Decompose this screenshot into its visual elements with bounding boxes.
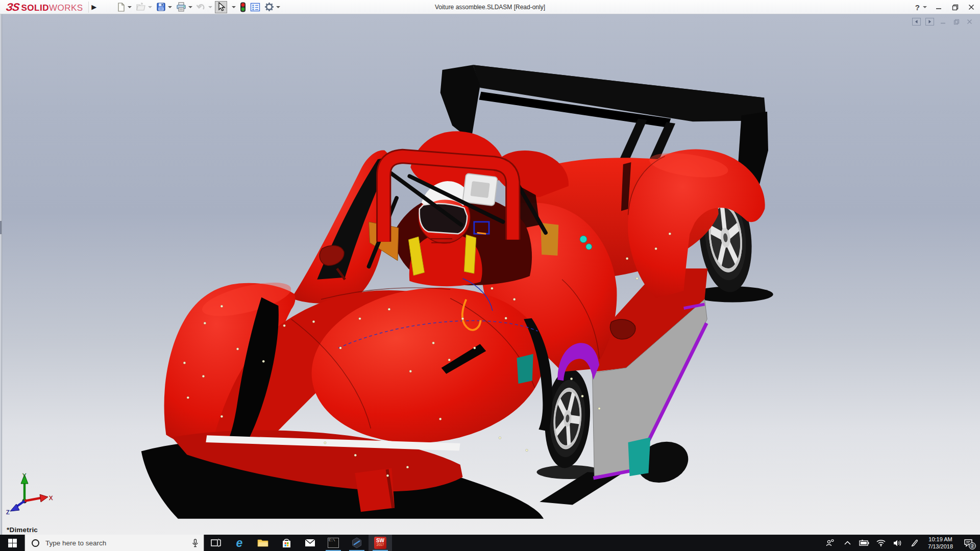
mail-icon xyxy=(305,539,315,547)
restore-icon xyxy=(952,4,959,11)
options-button[interactable] xyxy=(263,1,282,13)
view-orientation-label: *Dimetric xyxy=(7,526,38,534)
dropdown-arrow-icon[interactable] xyxy=(232,6,236,8)
display-pane-button[interactable] xyxy=(249,1,262,13)
open-icon xyxy=(136,3,146,12)
solidworks-2017-icon: SW2017 xyxy=(374,537,386,549)
cortana-icon xyxy=(32,539,39,547)
solidworks-taskbar-button[interactable]: SW2017 xyxy=(369,535,392,551)
windows-taskbar: Type here to search e xyxy=(0,535,980,551)
file-explorer-icon xyxy=(257,538,268,547)
triad-y-label: Y xyxy=(22,472,27,479)
standard-toolbar xyxy=(115,0,282,14)
wifi-button[interactable] xyxy=(874,535,888,551)
store-icon xyxy=(282,538,291,548)
select-cursor-icon xyxy=(216,2,226,12)
clock-time: 10:19 AM xyxy=(928,536,953,543)
undo-button[interactable] xyxy=(195,1,214,13)
select-dropdown[interactable] xyxy=(228,1,237,13)
taskbar-app-icons: e C:\ xyxy=(204,535,392,551)
arrow-left-icon xyxy=(914,19,919,24)
print-button[interactable] xyxy=(175,1,194,13)
clock[interactable]: 10:19 AM 7/13/2018 xyxy=(925,536,956,550)
show-hidden-icons-button[interactable] xyxy=(841,535,854,551)
interference-check-button[interactable] xyxy=(238,1,248,13)
menu-flyout-button[interactable]: ▶ xyxy=(88,2,100,13)
panel-collapse-handle[interactable] xyxy=(0,221,2,234)
mail-button[interactable] xyxy=(298,535,322,551)
dropdown-arrow-icon[interactable] xyxy=(208,6,212,8)
document-window-controls xyxy=(912,18,974,26)
microphone-icon[interactable] xyxy=(192,539,199,547)
help-dropdown-arrow-icon[interactable] xyxy=(923,6,927,8)
system-tray: 10:19 AM 7/13/2018 2 xyxy=(824,535,980,551)
file-explorer-button[interactable] xyxy=(251,535,275,551)
dropdown-arrow-icon[interactable] xyxy=(168,6,172,8)
restore-button[interactable] xyxy=(950,3,960,12)
notification-badge: 2 xyxy=(969,542,976,549)
speaker-icon xyxy=(893,539,902,547)
people-icon xyxy=(826,539,835,547)
people-button[interactable] xyxy=(824,535,837,551)
action-center-button[interactable]: 2 xyxy=(960,535,977,551)
doc-minimize-button[interactable] xyxy=(939,18,947,26)
undo-icon xyxy=(197,3,206,12)
close-icon xyxy=(967,19,972,24)
app-titlebar: ЗS SOLIDWORKS ▶ xyxy=(0,0,980,14)
volume-button[interactable] xyxy=(891,535,904,551)
close-icon xyxy=(968,4,974,10)
task-view-icon xyxy=(211,538,221,547)
arrow-right-icon xyxy=(927,19,932,24)
pen-button[interactable] xyxy=(908,535,921,551)
command-prompt-icon: C:\ xyxy=(328,538,339,548)
search-placeholder-text: Type here to search xyxy=(45,539,192,547)
solidworks-logo: ЗS SOLIDWORKS xyxy=(0,1,88,13)
restore-icon xyxy=(953,19,960,25)
battery-icon xyxy=(859,540,869,546)
display-pane-icon xyxy=(250,3,260,12)
race-car-model[interactable] xyxy=(0,14,980,535)
save-button[interactable] xyxy=(155,1,174,13)
close-button[interactable] xyxy=(967,3,976,12)
edge-icon: e xyxy=(236,537,243,549)
clock-date: 7/13/2018 xyxy=(928,543,953,550)
windows-logo-icon xyxy=(8,539,17,547)
cockpit-mirror-box xyxy=(462,173,498,206)
previous-window-button[interactable] xyxy=(912,18,921,26)
triad-z-label: Z xyxy=(6,509,10,514)
cyan-fastener xyxy=(586,244,592,250)
battery-button[interactable] xyxy=(857,535,871,551)
new-document-button[interactable] xyxy=(115,1,133,13)
doc-restore-button[interactable] xyxy=(952,18,961,26)
dassault-logo-icon: ЗS xyxy=(5,1,20,13)
new-document-icon xyxy=(116,3,126,12)
dropdown-arrow-icon[interactable] xyxy=(188,6,192,8)
start-button[interactable] xyxy=(0,535,24,551)
dropdown-arrow-icon[interactable] xyxy=(276,6,280,8)
next-window-button[interactable] xyxy=(925,18,934,26)
pen-icon xyxy=(911,539,919,547)
minimize-icon xyxy=(940,19,946,24)
feature-panel-splitter[interactable] xyxy=(0,14,2,535)
help-button[interactable]: ? xyxy=(915,3,920,12)
store-button[interactable] xyxy=(275,535,298,551)
print-icon xyxy=(176,2,186,12)
task-view-button[interactable] xyxy=(204,535,228,551)
cyan-fastener xyxy=(580,236,587,243)
orientation-triad[interactable]: Y X Z xyxy=(4,471,53,514)
options-gear-icon xyxy=(264,2,274,12)
minimize-icon xyxy=(936,4,942,10)
edge-button[interactable]: e xyxy=(228,535,251,551)
command-prompt-button[interactable]: C:\ xyxy=(322,535,345,551)
dropdown-arrow-icon[interactable] xyxy=(128,6,132,8)
minimize-button[interactable] xyxy=(934,3,943,12)
taskbar-search[interactable]: Type here to search xyxy=(24,535,204,551)
save-icon xyxy=(156,2,166,12)
graphics-area[interactable]: Y X Z *Dimetric xyxy=(0,14,980,535)
hexagon-viewer-button[interactable] xyxy=(345,535,369,551)
open-button[interactable] xyxy=(134,1,154,13)
dropdown-arrow-icon[interactable] xyxy=(148,6,152,8)
doc-close-button[interactable] xyxy=(965,18,974,26)
hexagon-viewer-icon xyxy=(351,537,362,548)
select-tool-button[interactable] xyxy=(215,1,227,13)
